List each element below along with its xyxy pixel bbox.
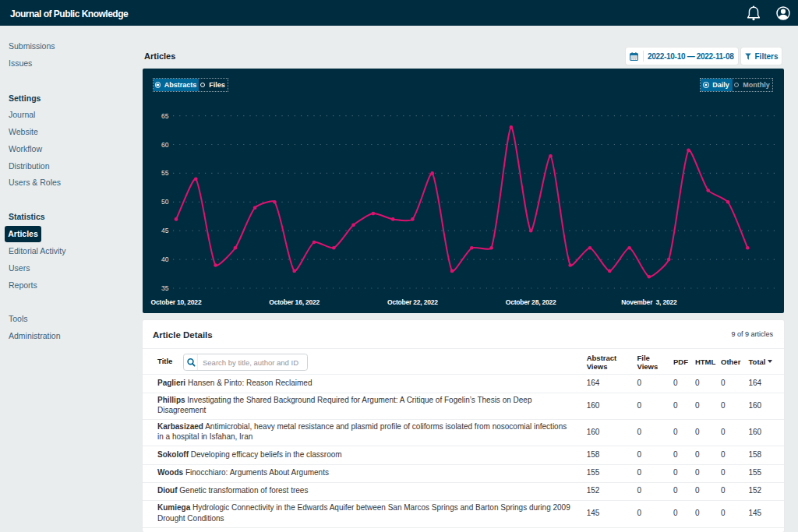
svg-text:October 10, 2022: October 10, 2022: [151, 298, 202, 306]
svg-text:45: 45: [161, 227, 169, 234]
svg-text:65: 65: [161, 112, 169, 120]
svg-text:October 28, 2022: October 28, 2022: [506, 298, 556, 306]
svg-text:50: 50: [161, 198, 169, 206]
svg-text:40: 40: [161, 255, 169, 263]
svg-text:October 22, 2022: October 22, 2022: [387, 298, 438, 306]
svg-text:35: 35: [161, 284, 169, 292]
svg-text:November 3, 2022: November 3, 2022: [621, 298, 677, 306]
svg-text:55: 55: [161, 169, 169, 177]
svg-text:October 16, 2022: October 16, 2022: [269, 298, 320, 306]
svg-text:60: 60: [161, 141, 169, 149]
